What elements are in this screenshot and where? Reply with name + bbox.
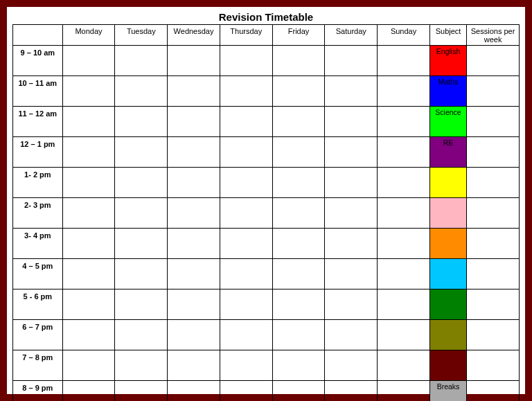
header-day-thu: Thursday — [220, 25, 272, 46]
slot-cell — [220, 107, 272, 137]
slot-cell — [115, 46, 168, 76]
subject-cell: Science — [429, 107, 466, 137]
slot-cell — [325, 76, 378, 107]
slot-cell — [272, 350, 325, 381]
table-row: 12 – 1 pmRE — [13, 137, 520, 168]
slot-cell — [115, 229, 168, 259]
slot-cell — [272, 381, 325, 402]
slot-cell — [115, 198, 168, 229]
subject-cell — [429, 168, 466, 198]
subject-cell: Maths — [429, 76, 466, 107]
slot-cell — [325, 168, 378, 198]
time-cell: 9 – 10 am — [13, 46, 63, 76]
slot-cell — [168, 320, 220, 350]
slot-cell — [378, 381, 430, 402]
table-row: 1- 2 pm — [13, 168, 520, 198]
header-row: Monday Tuesday Wednesday Thursday Friday… — [13, 25, 520, 46]
slot-cell — [168, 137, 220, 168]
header-day-sat: Saturday — [325, 25, 378, 46]
slot-cell — [272, 46, 325, 76]
slot-cell — [325, 350, 378, 381]
header-subject: Subject — [429, 25, 466, 46]
slot-cell — [220, 46, 272, 76]
slot-cell — [272, 229, 325, 259]
slot-cell — [272, 198, 325, 229]
time-cell: 11 – 12 am — [13, 107, 63, 137]
subject-cell: English — [429, 46, 466, 76]
slot-cell — [168, 381, 220, 402]
subject-cell — [429, 320, 466, 350]
slot-cell — [168, 76, 220, 107]
sessions-cell — [467, 46, 520, 76]
slot-cell — [220, 137, 272, 168]
slot-cell — [220, 76, 272, 107]
time-cell: 12 – 1 pm — [13, 137, 63, 168]
slot-cell — [220, 198, 272, 229]
subject-cell — [429, 350, 466, 381]
slot-cell — [325, 320, 378, 350]
slot-cell — [62, 229, 115, 259]
slot-cell — [220, 259, 272, 289]
slot-cell — [378, 229, 430, 259]
timetable-page: Revision Timetable Monday Tuesday Wednes… — [7, 7, 525, 394]
slot-cell — [62, 320, 115, 350]
slot-cell — [325, 289, 378, 320]
slot-cell — [220, 320, 272, 350]
table-row: 7 – 8 pm — [13, 350, 520, 381]
header-time — [13, 25, 63, 46]
slot-cell — [272, 289, 325, 320]
slot-cell — [62, 381, 115, 402]
subject-cell: RE — [429, 137, 466, 168]
sessions-cell — [467, 320, 520, 350]
slot-cell — [62, 168, 115, 198]
time-cell: 1- 2 pm — [13, 168, 63, 198]
slot-cell — [378, 168, 430, 198]
table-row: 6 – 7 pm — [13, 320, 520, 350]
header-day-wed: Wednesday — [168, 25, 220, 46]
slot-cell — [272, 168, 325, 198]
timetable: Monday Tuesday Wednesday Thursday Friday… — [12, 24, 520, 401]
slot-cell — [115, 137, 168, 168]
slot-cell — [168, 168, 220, 198]
slot-cell — [378, 198, 430, 229]
slot-cell — [272, 107, 325, 137]
slot-cell — [325, 381, 378, 402]
slot-cell — [168, 259, 220, 289]
time-cell: 7 – 8 pm — [13, 350, 63, 381]
time-cell: 2- 3 pm — [13, 198, 63, 229]
slot-cell — [325, 259, 378, 289]
page-title: Revision Timetable — [12, 11, 520, 23]
time-cell: 4 – 5 pm — [13, 259, 63, 289]
subject-cell — [429, 229, 466, 259]
slot-cell — [62, 259, 115, 289]
header-day-tue: Tuesday — [115, 25, 168, 46]
slot-cell — [115, 289, 168, 320]
slot-cell — [168, 46, 220, 76]
sessions-cell — [467, 289, 520, 320]
slot-cell — [272, 259, 325, 289]
slot-cell — [115, 259, 168, 289]
sessions-cell — [467, 107, 520, 137]
slot-cell — [325, 229, 378, 259]
slot-cell — [272, 320, 325, 350]
table-row: 11 – 12 amScience — [13, 107, 520, 137]
sessions-cell — [467, 168, 520, 198]
slot-cell — [378, 46, 430, 76]
table-row: 9 – 10 amEnglish — [13, 46, 520, 76]
slot-cell — [168, 107, 220, 137]
slot-cell — [378, 350, 430, 381]
slot-cell — [220, 381, 272, 402]
slot-cell — [115, 107, 168, 137]
slot-cell — [378, 107, 430, 137]
slot-cell — [62, 350, 115, 381]
slot-cell — [378, 137, 430, 168]
slot-cell — [272, 137, 325, 168]
table-row: 5 - 6 pm — [13, 289, 520, 320]
subject-cell: Breaks — [429, 381, 466, 402]
table-row: 8 – 9 pmBreaks — [13, 381, 520, 402]
slot-cell — [220, 289, 272, 320]
slot-cell — [115, 350, 168, 381]
time-cell: 6 – 7 pm — [13, 320, 63, 350]
slot-cell — [62, 198, 115, 229]
sessions-cell — [467, 137, 520, 168]
